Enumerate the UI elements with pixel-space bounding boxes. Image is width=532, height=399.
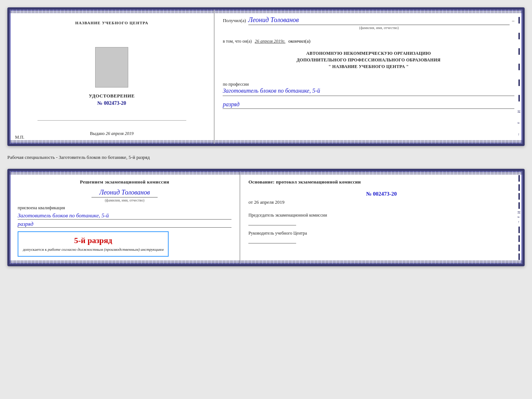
side-text-a2: а xyxy=(517,216,521,218)
recipient-name: Леонид Толованов xyxy=(248,16,510,24)
profession-value: Заготовитель блоков по ботанике, 5-й xyxy=(223,87,514,96)
basis-date-prefix: от xyxy=(248,199,253,205)
cert-right-panel: Получил(а) Леонид Толованов (фамилия, им… xyxy=(215,10,522,144)
side-text-i2: И xyxy=(517,211,521,214)
basis-date-value: 26 апреля 2019 xyxy=(254,199,284,205)
rank-value-2: разряд xyxy=(18,221,231,228)
qual-left-panel: Решением экзаменационной комиссии Леонид… xyxy=(10,171,240,264)
head-sig-line xyxy=(248,243,296,243)
cert-number: № 002473-20 xyxy=(97,100,126,106)
profession-block: по профессии Заготовитель блоков по бота… xyxy=(223,79,514,96)
recipient-block: Леонид Толованов (фамилия, имя, отчество… xyxy=(248,16,510,30)
side-decoration: И а ← xyxy=(516,10,522,144)
certifies-row: в том, что он(а) 26 апреля 2019г. окончи… xyxy=(223,36,514,44)
issued-line: Выдано 26 апреля 2019 xyxy=(90,131,134,136)
issued-date: 26 апреля 2019 xyxy=(106,131,134,136)
stamp-admission-text: допускается к xyxy=(23,247,47,252)
decision-text: Решением экзаменационной комиссии xyxy=(18,178,231,186)
institution-line2: ДОПОЛНИТЕЛЬНОГО ПРОФЕССИОНАЛЬНОГО ОБРАЗО… xyxy=(223,57,514,63)
institution-block: АВТОНОМНУЮ НЕКОММЕРЧЕСКУЮ ОРГАНИЗАЦИЮ ДО… xyxy=(223,50,514,70)
qualification-assigned: присвоена квалификация xyxy=(18,205,231,211)
basis-number: № 002473-20 xyxy=(248,191,514,197)
received-row: Получил(а) Леонид Толованов (фамилия, им… xyxy=(223,16,514,30)
qualification-value: Заготовитель блоков по ботанике, 5-й xyxy=(18,212,231,220)
decision-name-block: Леонид Толованов (фамилия, имя, отчество… xyxy=(18,189,231,202)
decision-name: Леонид Толованов xyxy=(99,189,150,196)
profession-label: по профессии xyxy=(223,82,514,87)
issued-label: Выдано xyxy=(90,131,105,136)
mp-label: М.П. xyxy=(15,135,24,140)
training-center-title-left: НАЗВАНИЕ УЧЕБНОГО ЦЕНТРА xyxy=(75,21,148,25)
received-label: Получил(а) xyxy=(223,18,246,24)
side-decoration-2: И а ← xyxy=(516,171,522,264)
side-text-arrow2: ← xyxy=(517,220,521,224)
basis-date: от 26 апреля 2019 xyxy=(248,199,514,205)
cert-left-panel: НАЗВАНИЕ УЧЕБНОГО ЦЕНТРА УДОСТОВЕРЕНИЕ №… xyxy=(10,10,215,144)
head-block: Руководитель учебного Центра xyxy=(248,230,514,243)
chairman-label: Председатель экзаменационной комиссии xyxy=(248,212,514,218)
fio-label-2: (фамилия, имя, отчество) xyxy=(91,197,158,202)
qual-right-panel: Основание: протокол экзаменационной коми… xyxy=(240,171,522,264)
certifies-text: в том, что он(а) xyxy=(223,39,252,44)
rank-value: разряд xyxy=(223,101,514,109)
fio-label: (фамилия, имя, отчество) xyxy=(248,25,510,30)
separator-text: Рабочая специальность - Заготовитель бло… xyxy=(7,153,525,162)
page-container: НАЗВАНИЕ УЧЕБНОГО ЦЕНТРА УДОСТОВЕРЕНИЕ №… xyxy=(7,7,525,266)
qualification-card: Решением экзаменационной комиссии Леонид… xyxy=(7,169,525,266)
side-text-arrow: ← xyxy=(517,133,521,136)
certificate-card: НАЗВАНИЕ УЧЕБНОГО ЦЕНТРА УДОСТОВЕРЕНИЕ №… xyxy=(7,7,525,146)
stamp-rank: 5-й разряд xyxy=(23,236,163,245)
stamp-box: 5-й разряд допускается к работе согласно… xyxy=(18,231,169,257)
photo-placeholder xyxy=(95,47,128,88)
institution-line3: " НАЗВАНИЕ УЧЕБНОГО ЦЕНТРА " xyxy=(223,63,514,70)
basis-title: Основание: протокол экзаменационной коми… xyxy=(248,178,514,186)
completed-label: окончил(а) xyxy=(288,38,310,44)
chairman-block: Председатель экзаменационной комиссии xyxy=(248,212,514,225)
institution-line1: АВТОНОМНУЮ НЕКОММЕРЧЕСКУЮ ОРГАНИЗАЦИЮ xyxy=(223,50,514,57)
head-label: Руководитель учебного Центра xyxy=(248,230,514,236)
side-text-a: а xyxy=(517,122,521,124)
side-text-i: И xyxy=(517,110,521,113)
dash: – xyxy=(512,18,514,24)
cert-title: УДОСТОВЕРЕНИЕ xyxy=(89,93,135,99)
chairman-sig-line xyxy=(248,225,296,225)
date-certified: 26 апреля 2019г. xyxy=(255,39,285,44)
stamp-italic: работе согласно должностным (производств… xyxy=(48,247,163,252)
stamp-admission: допускается к работе согласно должностны… xyxy=(23,247,163,252)
